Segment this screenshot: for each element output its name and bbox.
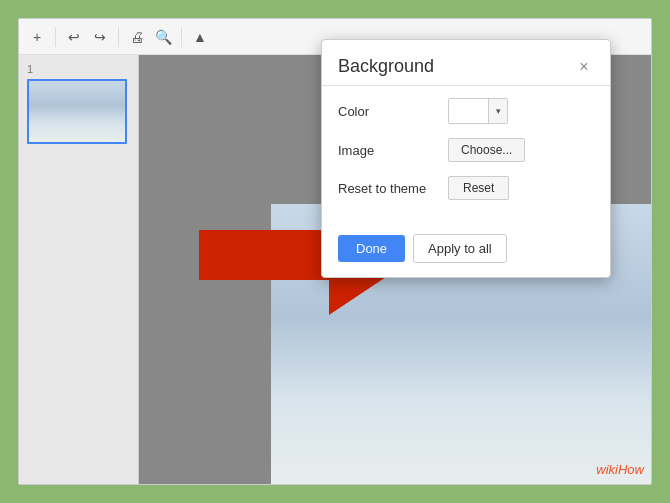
reset-button[interactable]: Reset: [448, 176, 509, 200]
color-label: Color: [338, 104, 448, 119]
reset-label: Reset to theme: [338, 181, 448, 196]
apply-all-button[interactable]: Apply to all: [413, 234, 507, 263]
image-label: Image: [338, 143, 448, 158]
background-dialog: Background × Color ▾ Image Choose...: [321, 39, 611, 278]
dialog-title: Background: [338, 56, 434, 77]
dialog-divider: [322, 85, 610, 86]
color-row: Color ▾: [338, 98, 594, 124]
done-button[interactable]: Done: [338, 235, 405, 262]
dialog-footer: Done Apply to all: [322, 226, 610, 277]
image-row: Image Choose...: [338, 138, 594, 162]
dialog-header: Background ×: [322, 40, 610, 85]
color-swatch-button[interactable]: ▾: [448, 98, 508, 124]
dialog-overlay: Background × Color ▾ Image Choose...: [19, 19, 651, 484]
reset-row: Reset to theme Reset: [338, 176, 594, 200]
color-dropdown-arrow-icon: ▾: [489, 99, 507, 123]
color-swatch: [449, 99, 489, 123]
close-button[interactable]: ×: [574, 57, 594, 77]
dialog-body: Color ▾ Image Choose... Reset to theme R…: [322, 98, 610, 226]
app-container: + ↩ ↪ 🖨 🔍 ▲ 1: [18, 18, 652, 485]
choose-button[interactable]: Choose...: [448, 138, 525, 162]
